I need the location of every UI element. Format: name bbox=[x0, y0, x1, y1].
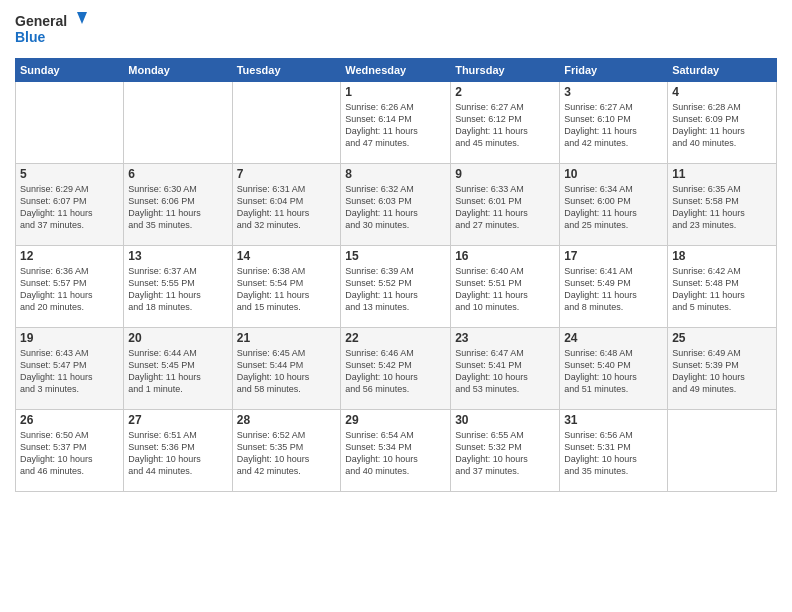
day-number: 15 bbox=[345, 249, 446, 263]
weekday-header-wednesday: Wednesday bbox=[341, 59, 451, 82]
day-number: 9 bbox=[455, 167, 555, 181]
day-info: Sunrise: 6:44 AM Sunset: 5:45 PM Dayligh… bbox=[128, 347, 227, 396]
week-row-4: 19Sunrise: 6:43 AM Sunset: 5:47 PM Dayli… bbox=[16, 328, 777, 410]
day-number: 4 bbox=[672, 85, 772, 99]
weekday-header-friday: Friday bbox=[560, 59, 668, 82]
day-info: Sunrise: 6:33 AM Sunset: 6:01 PM Dayligh… bbox=[455, 183, 555, 232]
day-info: Sunrise: 6:30 AM Sunset: 6:06 PM Dayligh… bbox=[128, 183, 227, 232]
day-number: 31 bbox=[564, 413, 663, 427]
calendar-cell: 14Sunrise: 6:38 AM Sunset: 5:54 PM Dayli… bbox=[232, 246, 341, 328]
calendar-cell bbox=[16, 82, 124, 164]
day-info: Sunrise: 6:50 AM Sunset: 5:37 PM Dayligh… bbox=[20, 429, 119, 478]
day-number: 3 bbox=[564, 85, 663, 99]
calendar-cell: 4Sunrise: 6:28 AM Sunset: 6:09 PM Daylig… bbox=[668, 82, 777, 164]
calendar-cell: 17Sunrise: 6:41 AM Sunset: 5:49 PM Dayli… bbox=[560, 246, 668, 328]
day-info: Sunrise: 6:48 AM Sunset: 5:40 PM Dayligh… bbox=[564, 347, 663, 396]
calendar-cell: 16Sunrise: 6:40 AM Sunset: 5:51 PM Dayli… bbox=[451, 246, 560, 328]
weekday-header-sunday: Sunday bbox=[16, 59, 124, 82]
calendar-cell: 31Sunrise: 6:56 AM Sunset: 5:31 PM Dayli… bbox=[560, 410, 668, 492]
calendar-cell: 23Sunrise: 6:47 AM Sunset: 5:41 PM Dayli… bbox=[451, 328, 560, 410]
calendar-cell: 2Sunrise: 6:27 AM Sunset: 6:12 PM Daylig… bbox=[451, 82, 560, 164]
logo-svg: GeneralBlue bbox=[15, 10, 95, 50]
week-row-1: 1Sunrise: 6:26 AM Sunset: 6:14 PM Daylig… bbox=[16, 82, 777, 164]
day-info: Sunrise: 6:43 AM Sunset: 5:47 PM Dayligh… bbox=[20, 347, 119, 396]
day-info: Sunrise: 6:45 AM Sunset: 5:44 PM Dayligh… bbox=[237, 347, 337, 396]
day-info: Sunrise: 6:46 AM Sunset: 5:42 PM Dayligh… bbox=[345, 347, 446, 396]
calendar-cell: 21Sunrise: 6:45 AM Sunset: 5:44 PM Dayli… bbox=[232, 328, 341, 410]
day-info: Sunrise: 6:55 AM Sunset: 5:32 PM Dayligh… bbox=[455, 429, 555, 478]
calendar-cell: 15Sunrise: 6:39 AM Sunset: 5:52 PM Dayli… bbox=[341, 246, 451, 328]
day-number: 1 bbox=[345, 85, 446, 99]
day-number: 8 bbox=[345, 167, 446, 181]
calendar-cell: 30Sunrise: 6:55 AM Sunset: 5:32 PM Dayli… bbox=[451, 410, 560, 492]
calendar-table: SundayMondayTuesdayWednesdayThursdayFrid… bbox=[15, 58, 777, 492]
day-info: Sunrise: 6:37 AM Sunset: 5:55 PM Dayligh… bbox=[128, 265, 227, 314]
day-number: 24 bbox=[564, 331, 663, 345]
day-info: Sunrise: 6:40 AM Sunset: 5:51 PM Dayligh… bbox=[455, 265, 555, 314]
day-info: Sunrise: 6:56 AM Sunset: 5:31 PM Dayligh… bbox=[564, 429, 663, 478]
calendar-cell: 28Sunrise: 6:52 AM Sunset: 5:35 PM Dayli… bbox=[232, 410, 341, 492]
calendar-cell: 20Sunrise: 6:44 AM Sunset: 5:45 PM Dayli… bbox=[124, 328, 232, 410]
day-number: 26 bbox=[20, 413, 119, 427]
weekday-header-monday: Monday bbox=[124, 59, 232, 82]
day-number: 5 bbox=[20, 167, 119, 181]
day-number: 17 bbox=[564, 249, 663, 263]
week-row-5: 26Sunrise: 6:50 AM Sunset: 5:37 PM Dayli… bbox=[16, 410, 777, 492]
day-info: Sunrise: 6:27 AM Sunset: 6:12 PM Dayligh… bbox=[455, 101, 555, 150]
calendar-cell: 1Sunrise: 6:26 AM Sunset: 6:14 PM Daylig… bbox=[341, 82, 451, 164]
weekday-header-saturday: Saturday bbox=[668, 59, 777, 82]
day-number: 10 bbox=[564, 167, 663, 181]
day-info: Sunrise: 6:49 AM Sunset: 5:39 PM Dayligh… bbox=[672, 347, 772, 396]
day-info: Sunrise: 6:42 AM Sunset: 5:48 PM Dayligh… bbox=[672, 265, 772, 314]
day-number: 2 bbox=[455, 85, 555, 99]
svg-text:General: General bbox=[15, 13, 67, 29]
day-info: Sunrise: 6:34 AM Sunset: 6:00 PM Dayligh… bbox=[564, 183, 663, 232]
calendar-cell: 7Sunrise: 6:31 AM Sunset: 6:04 PM Daylig… bbox=[232, 164, 341, 246]
header: GeneralBlue bbox=[15, 10, 777, 50]
day-info: Sunrise: 6:38 AM Sunset: 5:54 PM Dayligh… bbox=[237, 265, 337, 314]
calendar-cell: 13Sunrise: 6:37 AM Sunset: 5:55 PM Dayli… bbox=[124, 246, 232, 328]
day-info: Sunrise: 6:32 AM Sunset: 6:03 PM Dayligh… bbox=[345, 183, 446, 232]
day-info: Sunrise: 6:39 AM Sunset: 5:52 PM Dayligh… bbox=[345, 265, 446, 314]
calendar-cell: 11Sunrise: 6:35 AM Sunset: 5:58 PM Dayli… bbox=[668, 164, 777, 246]
day-info: Sunrise: 6:51 AM Sunset: 5:36 PM Dayligh… bbox=[128, 429, 227, 478]
logo: GeneralBlue bbox=[15, 10, 95, 50]
calendar-cell: 12Sunrise: 6:36 AM Sunset: 5:57 PM Dayli… bbox=[16, 246, 124, 328]
day-number: 12 bbox=[20, 249, 119, 263]
day-info: Sunrise: 6:52 AM Sunset: 5:35 PM Dayligh… bbox=[237, 429, 337, 478]
weekday-header-thursday: Thursday bbox=[451, 59, 560, 82]
day-info: Sunrise: 6:26 AM Sunset: 6:14 PM Dayligh… bbox=[345, 101, 446, 150]
day-number: 7 bbox=[237, 167, 337, 181]
day-number: 16 bbox=[455, 249, 555, 263]
day-info: Sunrise: 6:31 AM Sunset: 6:04 PM Dayligh… bbox=[237, 183, 337, 232]
day-number: 25 bbox=[672, 331, 772, 345]
day-number: 30 bbox=[455, 413, 555, 427]
day-number: 29 bbox=[345, 413, 446, 427]
day-number: 21 bbox=[237, 331, 337, 345]
day-number: 20 bbox=[128, 331, 227, 345]
calendar-cell: 27Sunrise: 6:51 AM Sunset: 5:36 PM Dayli… bbox=[124, 410, 232, 492]
day-number: 18 bbox=[672, 249, 772, 263]
calendar-cell bbox=[232, 82, 341, 164]
weekday-header-row: SundayMondayTuesdayWednesdayThursdayFrid… bbox=[16, 59, 777, 82]
day-info: Sunrise: 6:29 AM Sunset: 6:07 PM Dayligh… bbox=[20, 183, 119, 232]
day-number: 11 bbox=[672, 167, 772, 181]
calendar-cell bbox=[668, 410, 777, 492]
calendar-cell: 22Sunrise: 6:46 AM Sunset: 5:42 PM Dayli… bbox=[341, 328, 451, 410]
weekday-header-tuesday: Tuesday bbox=[232, 59, 341, 82]
calendar-cell: 8Sunrise: 6:32 AM Sunset: 6:03 PM Daylig… bbox=[341, 164, 451, 246]
day-number: 13 bbox=[128, 249, 227, 263]
svg-text:Blue: Blue bbox=[15, 29, 46, 45]
calendar-cell: 26Sunrise: 6:50 AM Sunset: 5:37 PM Dayli… bbox=[16, 410, 124, 492]
calendar-cell: 3Sunrise: 6:27 AM Sunset: 6:10 PM Daylig… bbox=[560, 82, 668, 164]
day-info: Sunrise: 6:28 AM Sunset: 6:09 PM Dayligh… bbox=[672, 101, 772, 150]
week-row-3: 12Sunrise: 6:36 AM Sunset: 5:57 PM Dayli… bbox=[16, 246, 777, 328]
day-info: Sunrise: 6:36 AM Sunset: 5:57 PM Dayligh… bbox=[20, 265, 119, 314]
calendar-cell: 9Sunrise: 6:33 AM Sunset: 6:01 PM Daylig… bbox=[451, 164, 560, 246]
calendar-cell: 29Sunrise: 6:54 AM Sunset: 5:34 PM Dayli… bbox=[341, 410, 451, 492]
day-number: 23 bbox=[455, 331, 555, 345]
calendar-cell: 25Sunrise: 6:49 AM Sunset: 5:39 PM Dayli… bbox=[668, 328, 777, 410]
day-info: Sunrise: 6:54 AM Sunset: 5:34 PM Dayligh… bbox=[345, 429, 446, 478]
calendar-cell: 10Sunrise: 6:34 AM Sunset: 6:00 PM Dayli… bbox=[560, 164, 668, 246]
week-row-2: 5Sunrise: 6:29 AM Sunset: 6:07 PM Daylig… bbox=[16, 164, 777, 246]
